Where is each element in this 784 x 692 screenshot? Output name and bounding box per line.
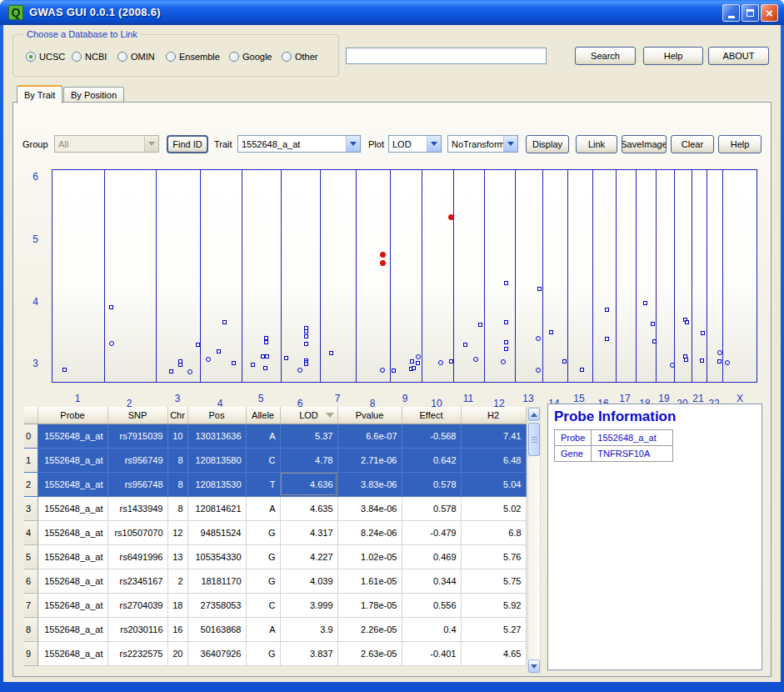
cell-allele[interactable]: G [246, 569, 280, 593]
cell-snp[interactable]: rs2704039 [107, 593, 167, 617]
snp-point[interactable] [109, 305, 113, 309]
cell-lod[interactable]: 4.227 [280, 544, 337, 569]
table-header-row[interactable]: ProbeSNPChrPosAlleleLODPvalueEffectH2 [24, 407, 526, 424]
cell-lod[interactable]: 5.37 [280, 424, 337, 448]
cell-effect[interactable]: 0.642 [402, 448, 461, 472]
scroll-up-button[interactable] [528, 408, 540, 421]
tab-by-position[interactable]: By Position [63, 87, 124, 103]
cell-pos[interactable]: 50163868 [187, 617, 246, 641]
row-index-cell[interactable]: 7 [24, 593, 37, 617]
snp-point[interactable] [504, 347, 508, 351]
cell-pos[interactable]: 130313636 [187, 424, 246, 448]
clear-button[interactable]: Clear [671, 135, 714, 153]
snp-point[interactable] [217, 349, 221, 354]
snp-point[interactable] [449, 359, 453, 364]
table-row[interactable]: 11552648_a_atrs9567498120813580C4.782.71… [24, 448, 526, 472]
snp-point[interactable] [670, 363, 675, 368]
column-header-index[interactable] [24, 407, 37, 424]
cell-chr[interactable]: 16 [167, 617, 187, 641]
snp-point[interactable] [504, 281, 508, 285]
snp-point[interactable] [685, 320, 689, 324]
column-header-snp[interactable]: SNP [107, 407, 167, 424]
snp-point[interactable] [232, 361, 236, 365]
cell-chr[interactable]: 12 [167, 520, 187, 544]
cell-probe[interactable]: 1552648_a_at [37, 593, 107, 617]
snp-point[interactable] [109, 341, 114, 346]
plot-combobox[interactable]: LOD [388, 135, 442, 153]
column-header-chr[interactable]: Chr [167, 407, 187, 424]
cell-pvalue[interactable]: 1.61e-05 [337, 569, 402, 593]
lod-scatter-plot[interactable] [52, 169, 757, 383]
cell-h2[interactable]: 4.65 [461, 641, 526, 665]
cell-chr[interactable]: 8 [167, 472, 187, 496]
cell-pvalue[interactable]: 8.24e-06 [337, 520, 402, 544]
snp-point[interactable] [169, 369, 173, 374]
cell-effect[interactable]: -0.568 [402, 424, 461, 448]
snp-point[interactable] [412, 366, 416, 370]
snp-point[interactable] [410, 359, 414, 364]
snp-point[interactable] [605, 308, 609, 312]
row-index-cell[interactable]: 0 [24, 424, 37, 448]
snp-point[interactable] [605, 337, 609, 341]
table-row[interactable]: 31552648_a_atrs14339498120814621A4.6353.… [24, 496, 526, 520]
cell-effect[interactable]: 0.578 [402, 472, 461, 496]
snp-point[interactable] [501, 359, 506, 364]
selected-snp-point[interactable] [448, 214, 454, 220]
cell-allele[interactable]: C [246, 593, 280, 617]
cell-pvalue[interactable]: 2.71e-06 [337, 448, 402, 472]
cell-lod[interactable]: 3.837 [280, 641, 337, 665]
cell-pos[interactable]: 120813580 [187, 448, 246, 472]
cell-effect[interactable]: 0.556 [402, 593, 461, 617]
snp-point[interactable] [206, 357, 211, 362]
save-image-button[interactable]: SaveImage [622, 135, 667, 153]
trait-combobox[interactable]: 1552648_a_at [237, 135, 361, 153]
cell-pvalue[interactable]: 2.63e-05 [337, 641, 402, 665]
about-button[interactable]: ABOUT [708, 47, 769, 65]
cell-chr[interactable]: 2 [167, 569, 187, 593]
cell-pos[interactable]: 120814621 [187, 496, 246, 520]
snp-point[interactable] [416, 361, 420, 365]
row-index-cell[interactable]: 1 [24, 448, 37, 472]
minimize-button[interactable] [722, 4, 740, 22]
cell-h2[interactable]: 5.27 [461, 617, 526, 641]
cell-snp[interactable]: rs6491996 [107, 544, 167, 569]
cell-pvalue[interactable]: 1.78e-05 [337, 593, 402, 617]
snp-point[interactable] [700, 359, 704, 363]
maximize-button[interactable] [742, 4, 759, 22]
snp-point[interactable] [284, 356, 288, 360]
cell-snp[interactable]: rs956748 [107, 472, 167, 496]
cell-lod[interactable]: 3.9 [280, 617, 337, 641]
database-radio-google[interactable]: Google [229, 52, 272, 62]
cell-lod[interactable]: 4.635 [280, 496, 337, 520]
cell-effect[interactable]: 0.469 [402, 544, 461, 569]
column-header-pos[interactable]: Pos [187, 407, 246, 424]
column-header-allele[interactable]: Allele [246, 407, 280, 424]
snp-results-table[interactable]: ProbeSNPChrPosAlleleLODPvalueEffectH2 01… [24, 407, 527, 666]
cell-chr[interactable]: 18 [167, 593, 187, 617]
cell-snp[interactable]: rs956749 [107, 448, 167, 472]
cell-effect[interactable]: -0.479 [402, 520, 461, 544]
cell-probe[interactable]: 1552648_a_at [37, 617, 107, 641]
table-scrollbar[interactable] [527, 407, 541, 674]
snp-point[interactable] [304, 342, 308, 346]
link-button[interactable]: Link [576, 135, 617, 153]
find-id-button[interactable]: Find ID [167, 135, 208, 153]
column-header-h2[interactable]: H2 [461, 407, 526, 424]
scrollbar-thumb[interactable] [528, 423, 540, 456]
cell-pvalue[interactable]: 3.84e-06 [337, 496, 402, 520]
cell-snp[interactable]: rs7915039 [107, 424, 167, 448]
row-index-cell[interactable]: 5 [24, 544, 37, 569]
cell-snp[interactable]: rs1433949 [107, 496, 167, 520]
cell-chr[interactable]: 10 [167, 424, 187, 448]
column-header-lod[interactable]: LOD [280, 407, 337, 424]
database-radio-omin[interactable]: OMIN [117, 52, 155, 62]
cell-probe[interactable]: 1552648_a_at [37, 448, 107, 472]
cell-chr[interactable]: 8 [167, 448, 187, 472]
row-index-cell[interactable]: 2 [24, 472, 37, 496]
snp-point[interactable] [652, 339, 657, 343]
cell-effect[interactable]: 0.344 [402, 569, 461, 593]
snp-point[interactable] [392, 369, 396, 373]
close-button[interactable]: × [761, 4, 778, 22]
tab-by-trait[interactable]: By Trait [17, 85, 62, 103]
table-row[interactable]: 91552648_a_atrs22325752036407926G3.8372.… [24, 641, 526, 665]
